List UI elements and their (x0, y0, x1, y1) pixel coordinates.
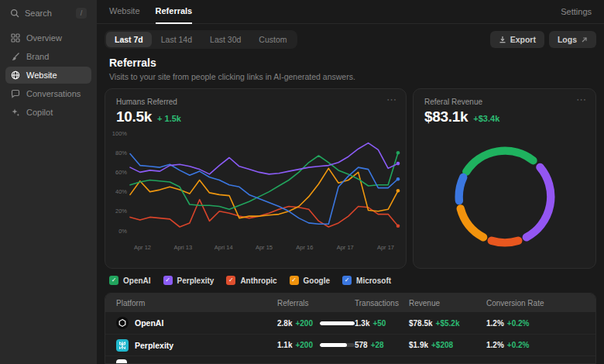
legend-item-anthropic[interactable]: ✓Anthropic (226, 276, 276, 285)
metric-value: 1.3k (355, 319, 369, 328)
sidebar-item-overview[interactable]: Overview (5, 29, 91, 46)
legend-item-google[interactable]: ✓Google (290, 276, 330, 285)
legend-label: Perplexity (177, 276, 214, 285)
transactions-cell: 1.3k+50 (355, 319, 409, 328)
top-tab-bar: Website Referrals Settings (97, 0, 604, 24)
sidebar-item-label: Brand (26, 52, 49, 61)
humans-referred-card: Humans Referred 10.5k + 1.5k ⋯ 100%80%60… (105, 88, 407, 269)
column-header-platform: Platform (116, 299, 277, 307)
card-title: Humans Referred (116, 98, 395, 106)
cards-row: Humans Referred 10.5k + 1.5k ⋯ 100%80%60… (97, 88, 604, 269)
range-option-custom[interactable]: Custom (250, 32, 295, 47)
table-row-openai[interactable]: OpenAI2.8k+2001.3k+50$78.5k+$5.2k1.2%+0.… (105, 312, 595, 334)
legend-item-perplexity[interactable]: ✓Perplexity (163, 276, 214, 285)
globe-icon (11, 70, 20, 80)
platform-name: OpenAI (135, 318, 163, 328)
sidebar-item-label: Overview (26, 33, 62, 43)
conversion-rate-cell: 1.2%+0.2% (486, 319, 585, 328)
metric-delta: +28 (371, 341, 384, 349)
legend-item-openai[interactable]: ✓OpenAI (109, 276, 151, 285)
metric-value: 1.2% (486, 319, 504, 328)
legend-item-microsoft[interactable]: ✓Microsoft (342, 276, 391, 285)
sparkle-icon (11, 108, 20, 117)
logs-button-label: Logs (558, 35, 577, 44)
svg-text:Apri 13: Apri 13 (173, 244, 192, 251)
svg-text:Apr 17: Apr 17 (337, 244, 354, 251)
search-input[interactable]: Search / (5, 5, 91, 22)
svg-text:0%: 0% (118, 228, 127, 235)
svg-text:40%: 40% (115, 188, 127, 195)
referrals-bar (320, 343, 355, 347)
sidebar-item-conversations[interactable]: Conversations (5, 85, 91, 102)
more-options-icon[interactable]: ⋯ (386, 94, 396, 105)
grid-icon (11, 33, 20, 43)
openai-logo-icon (116, 317, 129, 329)
column-header-conversion-rate: Conversion Rate (486, 299, 585, 307)
toolbar-actions: Export Logs (490, 31, 596, 48)
sidebar-item-label: Website (26, 70, 57, 80)
svg-text:Apri 14: Apri 14 (214, 244, 233, 251)
sidebar: Search / Overview Brand Website Conversa… (0, 0, 97, 364)
referrals-cell: 2.8k+200 (277, 319, 355, 328)
legend-label: Google (304, 276, 330, 285)
column-header-revenue: Revenue (409, 299, 486, 307)
platform-name: Perplexity (135, 341, 173, 350)
referrals-cell: 1.1k+200 (277, 341, 355, 349)
search-icon (10, 9, 19, 18)
date-range-segmented-control: Last 7dLast 14dLast 30dCustom (105, 30, 297, 49)
checkbox-icon: ✓ (342, 276, 352, 285)
referrals-table: PlatformReferralsTransactionsRevenueConv… (105, 293, 596, 364)
card-value: 10.5k (116, 108, 152, 125)
svg-text:80%: 80% (115, 149, 127, 156)
tab-referrals[interactable]: Referrals (156, 0, 193, 24)
external-link-icon (581, 36, 588, 43)
legend-label: Anthropic (240, 276, 276, 285)
transactions-cell: 578+28 (355, 341, 409, 349)
table-row-partial[interactable] (105, 355, 595, 363)
sidebar-item-website[interactable]: Website (5, 67, 91, 84)
tab-website[interactable]: Website (109, 0, 140, 24)
column-header-transactions: Transactions (355, 299, 409, 307)
referral-revenue-card: Referal Revenue $83.1k +$3.4k ⋯ (413, 88, 596, 269)
metric-value: 1.2% (486, 341, 504, 349)
table-row-perplexity[interactable]: Perplexity1.1k+200578+28$1.9k+$2081.2%+0… (105, 334, 595, 355)
range-option-last-14d[interactable]: Last 14d (153, 32, 201, 47)
svg-text:Apr 17: Apr 17 (377, 244, 394, 251)
revenue-cell: $1.9k+$208 (409, 341, 486, 349)
svg-text:20%: 20% (115, 208, 127, 215)
settings-link[interactable]: Settings (561, 7, 592, 16)
metric-value: 1.1k (277, 341, 292, 349)
range-option-last-30d[interactable]: Last 30d (201, 32, 249, 47)
referrals-bar (320, 321, 355, 325)
metric-delta: +$5.2k (436, 319, 460, 328)
export-button[interactable]: Export (490, 31, 544, 48)
svg-text:Apr 12: Apr 12 (134, 244, 151, 251)
checkbox-icon: ✓ (163, 276, 173, 285)
metric-delta: +$208 (431, 341, 453, 349)
revenue-cell: $78.5k+$5.2k (409, 319, 486, 328)
sidebar-item-brand[interactable]: Brand (5, 48, 91, 65)
main-content: Website Referrals Settings Last 7dLast 1… (97, 0, 604, 364)
svg-text:100%: 100% (112, 130, 128, 137)
brush-icon (11, 52, 20, 61)
more-options-icon[interactable]: ⋯ (576, 94, 586, 105)
chart-legend: ✓OpenAI✓Perplexity✓Anthropic✓Google✓Micr… (97, 269, 604, 291)
platform-icon (116, 359, 127, 364)
card-delta: +$3.4k (473, 114, 499, 123)
perplexity-logo-icon (116, 339, 129, 352)
metric-value: 578 (355, 341, 368, 349)
search-label: Search (25, 9, 52, 18)
sidebar-nav: Overview Brand Website Conversations Cop… (5, 29, 91, 121)
table-body: OpenAI2.8k+2001.3k+50$78.5k+$5.2k1.2%+0.… (105, 312, 595, 355)
metric-delta: +200 (295, 341, 313, 349)
donut-chart (414, 125, 595, 268)
logs-button[interactable]: Logs (549, 31, 596, 48)
range-option-last-7d[interactable]: Last 7d (106, 32, 152, 47)
metric-delta: +0.2% (507, 341, 530, 349)
legend-label: OpenAI (123, 276, 151, 285)
conversion-rate-cell: 1.2%+0.2% (486, 341, 585, 349)
page-header: Referrals Visits to your site from peopl… (97, 53, 604, 88)
sidebar-item-copilot[interactable]: Copilot (5, 104, 91, 121)
platform-cell: Perplexity (116, 339, 277, 352)
sidebar-item-label: Conversations (26, 89, 81, 98)
